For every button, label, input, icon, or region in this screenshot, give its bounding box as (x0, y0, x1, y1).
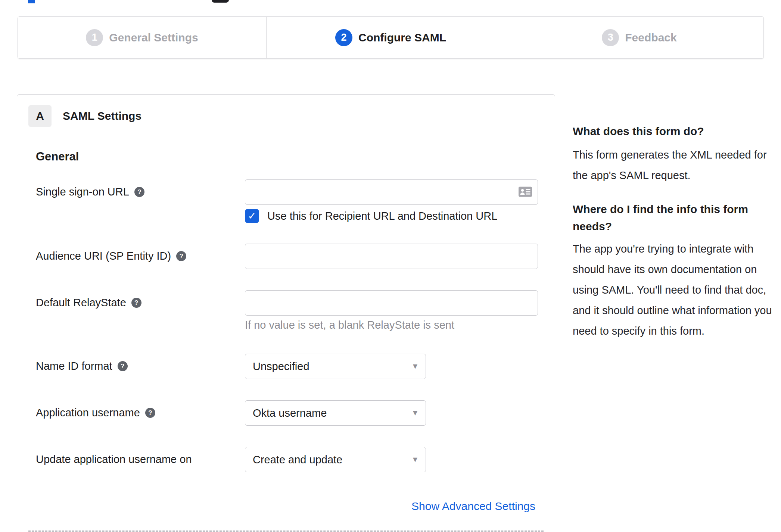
caret-down-icon: ▾ (413, 361, 417, 371)
help-icon[interactable]: ? (134, 187, 144, 197)
show-advanced-settings-link[interactable]: Show Advanced Settings (411, 500, 535, 513)
sidebar-question-2: Where do I find the info this form needs… (573, 201, 778, 235)
audience-uri-input-wrap (245, 244, 538, 269)
sso-url-label-row: Single sign-on URL ? (36, 186, 245, 198)
app-username-value: Okta username (253, 407, 327, 419)
section-divider (28, 531, 544, 532)
help-icon[interactable]: ? (131, 298, 141, 308)
relay-state-label-row: Default RelayState ? (36, 297, 245, 309)
step-3-number-badge: 3 (602, 29, 619, 46)
app-username-label-row: Application username ? (36, 407, 245, 419)
section-title: SAML Settings (63, 110, 141, 122)
check-icon: ✓ (248, 211, 256, 221)
name-id-format-label-row: Name ID format ? (36, 360, 245, 372)
section-a-badge: A (28, 105, 52, 127)
update-username-select[interactable]: Create and update ▾ (245, 447, 426, 472)
step-feedback[interactable]: 3 Feedback (515, 17, 763, 58)
recipient-url-checkbox-label: Use this for Recipient URL and Destinati… (267, 210, 497, 222)
step-3-label: Feedback (625, 31, 676, 44)
app-username-label: Application username (36, 407, 140, 419)
help-icon[interactable]: ? (145, 408, 155, 418)
recipient-url-checkbox[interactable]: ✓ (245, 209, 259, 223)
name-id-format-value: Unspecified (253, 360, 309, 373)
caret-down-icon: ▾ (413, 454, 417, 464)
step-2-number-badge: 2 (335, 29, 352, 46)
sso-url-input-wrap (245, 179, 538, 205)
audience-uri-label-row: Audience URI (SP Entity ID) ? (36, 250, 245, 262)
caret-down-icon: ▾ (413, 407, 417, 418)
update-username-value: Create and update (253, 454, 342, 466)
audience-uri-input[interactable] (245, 244, 538, 269)
cut-off-blue-element (28, 0, 35, 3)
general-heading: General (36, 150, 79, 163)
audience-uri-label: Audience URI (SP Entity ID) (36, 250, 171, 262)
step-general-settings[interactable]: 1 General Settings (18, 17, 266, 58)
sso-url-input[interactable] (245, 179, 538, 205)
relay-state-label: Default RelayState (36, 297, 126, 309)
update-username-label: Update application username on (36, 453, 192, 466)
sso-checkbox-row: ✓ Use this for Recipient URL and Destina… (245, 209, 497, 223)
relay-state-input-wrap (245, 290, 538, 316)
step-configure-saml[interactable]: 2 Configure SAML (266, 17, 515, 58)
section-header: A SAML Settings (28, 105, 141, 127)
wizard-stepper: 1 General Settings 2 Configure SAML 3 Fe… (18, 16, 764, 59)
name-id-format-select[interactable]: Unspecified ▾ (245, 354, 426, 379)
sidebar-answer-1: This form generates the XML needed for t… (573, 145, 778, 186)
step-2-label: Configure SAML (358, 31, 446, 44)
help-icon[interactable]: ? (176, 251, 186, 261)
name-id-format-label: Name ID format (36, 360, 112, 372)
step-1-label: General Settings (109, 31, 198, 44)
update-username-label-row: Update application username on (36, 453, 245, 466)
app-username-select[interactable]: Okta username ▾ (245, 400, 426, 426)
saml-settings-panel: A SAML Settings General Single sign-on U… (17, 94, 555, 532)
sidebar-question-1: What does this form do? (573, 123, 778, 140)
relay-state-input[interactable] (245, 290, 538, 316)
contact-card-icon[interactable] (519, 186, 532, 198)
sso-url-label: Single sign-on URL (36, 186, 129, 198)
cut-off-black-element (212, 0, 229, 3)
step-1-number-badge: 1 (86, 29, 103, 46)
relay-state-hint: If no value is set, a blank RelayState i… (245, 319, 454, 331)
help-sidebar: What does this form do? This form genera… (573, 123, 778, 341)
help-icon[interactable]: ? (118, 361, 128, 371)
sidebar-answer-2: The app you're trying to integrate with … (573, 239, 778, 341)
